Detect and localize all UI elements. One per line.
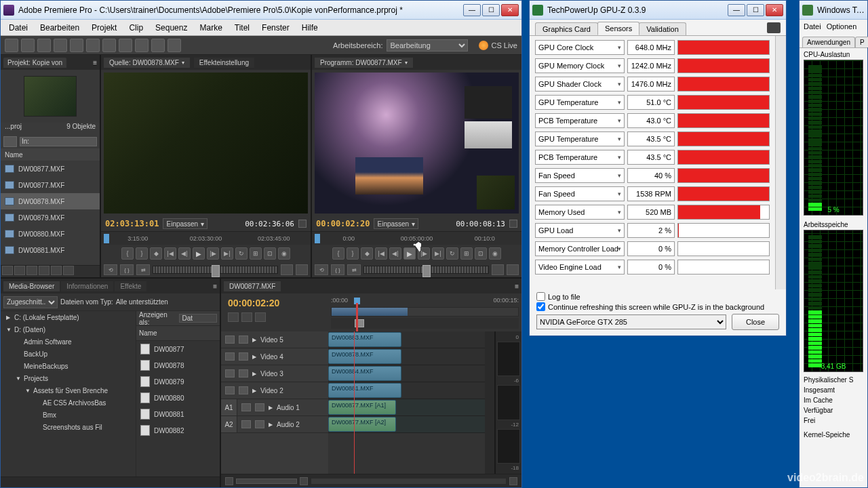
clip[interactable]: DW00884.MXF <box>328 366 401 381</box>
file-row[interactable]: DW00878 <box>136 357 220 373</box>
tree-node[interactable]: ▼D: (Daten) <box>1 323 136 336</box>
file-row[interactable]: DW00879 <box>136 373 220 390</box>
slip-tool-icon[interactable] <box>102 39 116 52</box>
source-res-icon[interactable] <box>298 220 307 228</box>
project-item[interactable]: DW00877.MXF <box>1 161 100 177</box>
sensor-name[interactable]: GPU Shader Clock <box>535 77 625 92</box>
tab-graphics-card[interactable]: Graphics Card <box>535 22 598 35</box>
search-icon[interactable] <box>3 136 17 147</box>
close-button[interactable]: ✕ <box>501 4 519 16</box>
clip[interactable]: DW00877.MXF [A1] <box>328 400 396 415</box>
sensor-name[interactable]: Fan Speed <box>535 186 625 201</box>
effect-tab[interactable]: Effekteinstellung <box>194 58 254 68</box>
premiere-titlebar[interactable]: Adobe Premiere Pro - C:\Users\trainer\Do… <box>1 1 521 20</box>
tm-menu-optionen[interactable]: Optionen <box>827 22 857 30</box>
refresh-checkbox[interactable]: Continue refreshing this screen while GP… <box>536 302 779 311</box>
video-track-header[interactable]: ▶Video 5 <box>221 331 328 348</box>
gpuz-scrollbar[interactable] <box>775 36 786 289</box>
tree-node[interactable]: BackUp <box>1 348 136 360</box>
audio-track[interactable]: DW00877.MXF [A1] <box>328 399 485 416</box>
zoom-in-icon[interactable] <box>300 477 308 485</box>
sequence-tab[interactable]: DW00877.MXF <box>224 281 281 291</box>
tree-node[interactable]: Screenshots aus Fil <box>1 421 136 433</box>
maximize-button[interactable]: ☐ <box>747 4 764 16</box>
media-browser-tab[interactable]: Media-Browser <box>3 281 60 291</box>
program-viewport[interactable] <box>315 73 519 214</box>
workspace-select[interactable]: Bearbeitung <box>387 39 468 52</box>
browser-options-icon[interactable]: ≡ <box>213 283 217 290</box>
play-button[interactable]: ▶ <box>193 247 205 260</box>
tree-node[interactable]: Bmx <box>1 409 136 421</box>
folder-tree[interactable]: ▶C: (Lokale Festplatte)▼D: (Daten)Admin … <box>1 311 136 476</box>
goto-out-icon[interactable]: ▶| <box>221 247 233 260</box>
jog-slider[interactable] <box>153 266 278 274</box>
source-in-tc[interactable]: 02:03:13:01 <box>105 219 159 228</box>
marker-icon[interactable]: ◆ <box>150 247 162 260</box>
zoom-tool-icon[interactable] <box>167 39 181 52</box>
audio-track-header[interactable]: ▶Audio 1 <box>237 399 328 416</box>
log-checkbox[interactable]: Log to file <box>536 292 779 301</box>
video-track-header[interactable]: ▶Video 4 <box>221 348 328 365</box>
video-track-header[interactable]: ▶Video 3 <box>221 365 328 382</box>
tm-tab-p[interactable]: P <box>855 37 868 47</box>
project-item[interactable]: DW00878.MXF <box>1 193 100 209</box>
track-select-tool-icon[interactable] <box>21 39 35 52</box>
menu-titel[interactable]: Titel <box>229 22 255 34</box>
taskmgr-titlebar[interactable]: Windows Task <box>800 1 867 20</box>
tree-node[interactable]: ▼Projects <box>1 372 136 384</box>
clip[interactable]: DW00877.MXF [A2] <box>328 417 396 432</box>
tab-validation[interactable]: Validation <box>639 22 686 35</box>
tm-menu-datei[interactable]: Datei <box>804 22 821 30</box>
project-tab[interactable]: Projekt: Kopie von <box>3 58 66 68</box>
video-track[interactable]: DW00883.MXF <box>328 331 485 348</box>
step-back-icon[interactable]: ◀| <box>178 247 191 260</box>
tree-node[interactable]: Admin Software <box>1 336 136 348</box>
sensor-name[interactable]: GPU Core Clock <box>535 40 625 55</box>
source-viewport[interactable] <box>104 73 308 214</box>
tree-node[interactable]: MeineBackups <box>1 360 136 372</box>
program-play-button[interactable]: ▶ <box>403 247 416 260</box>
minimize-button[interactable]: — <box>463 4 481 16</box>
timeline-vscroll[interactable] <box>485 331 494 474</box>
pen-tool-icon[interactable] <box>135 39 149 52</box>
project-name-column[interactable]: Name <box>1 148 100 161</box>
file-row[interactable]: DW00880 <box>136 390 220 406</box>
program-tab[interactable]: Programm: DW00877.MXF▾ <box>315 58 413 68</box>
menu-hilfe[interactable]: Hilfe <box>296 22 323 34</box>
marker-icon[interactable] <box>241 312 252 322</box>
project-item[interactable]: DW00881.MXF <box>1 242 100 258</box>
program-res-icon[interactable] <box>509 220 517 228</box>
program-in-tc[interactable]: 00:00:02:20 <box>316 219 370 228</box>
menu-datei[interactable]: Datei <box>3 22 33 34</box>
screenshot-icon[interactable] <box>767 22 781 33</box>
file-name-column[interactable]: Name <box>136 326 220 341</box>
info-tab[interactable]: Informationen <box>61 281 113 291</box>
browser-scrollbar[interactable] <box>1 476 220 487</box>
step-fwd-icon[interactable]: |▶ <box>207 247 219 260</box>
file-row[interactable]: DW00882 <box>136 422 220 439</box>
gpu-select[interactable]: NVIDIA GeForce GTX 285 <box>536 314 726 329</box>
source-ruler[interactable]: 3:15:0002:03:30:0002:03:45:00 <box>101 231 311 245</box>
zoom-slider[interactable] <box>236 479 297 484</box>
clip[interactable]: DW00878.MXF <box>328 349 401 364</box>
zoom-out-icon[interactable] <box>225 477 233 485</box>
rate-stretch-tool-icon[interactable] <box>70 39 83 52</box>
audio-target[interactable]: A1 <box>221 399 237 416</box>
video-track[interactable]: DW00881.MXF <box>328 382 485 399</box>
video-track[interactable]: DW00884.MXF <box>328 365 485 382</box>
cs-live[interactable]: CS Live <box>479 41 517 50</box>
ripple-tool-icon[interactable] <box>37 39 51 52</box>
slide-tool-icon[interactable] <box>119 39 132 52</box>
sensor-name[interactable]: Memory Used <box>535 205 625 220</box>
close-button[interactable]: Close <box>732 314 779 330</box>
program-fit[interactable]: Einpassen▾ <box>374 218 418 229</box>
timeline-hscroll[interactable] <box>311 478 507 485</box>
sensor-name[interactable]: PCB Temperature <box>535 150 625 165</box>
maximize-button[interactable]: ☐ <box>482 4 500 16</box>
tree-node[interactable]: ▼Assets für Sven Brenche <box>1 384 136 396</box>
set-out-icon[interactable]: } <box>136 247 148 260</box>
overwrite-icon[interactable]: ⊡ <box>264 247 276 260</box>
sensor-name[interactable]: Video Engine Load <box>535 260 625 274</box>
project-list[interactable]: DW00877.MXFDW00877.MXFDW00878.MXFDW00879… <box>1 161 100 265</box>
razor-tool-icon[interactable] <box>86 39 100 52</box>
